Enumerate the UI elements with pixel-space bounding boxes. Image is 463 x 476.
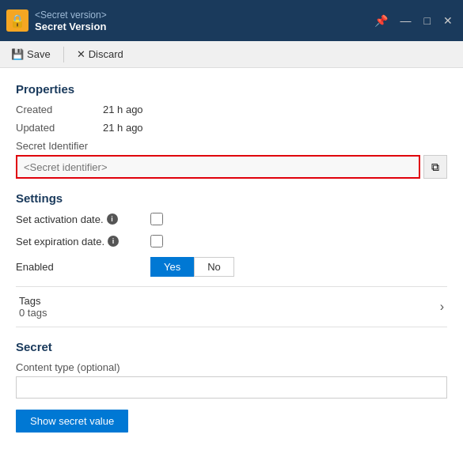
- created-value: 21 h ago: [103, 104, 143, 115]
- toggle-no-button[interactable]: No: [194, 257, 234, 277]
- expiration-date-label: Set expiration date. i: [16, 236, 142, 247]
- activation-date-checkbox[interactable]: [150, 213, 163, 225]
- content-type-label: Content type (optional): [16, 361, 447, 373]
- title-bar-text: <Secret version> Secret Version: [35, 9, 107, 32]
- settings-section-title: Settings: [16, 191, 447, 205]
- secret-identifier-row: ⧉: [16, 155, 447, 179]
- tags-count: 0 tags: [19, 307, 47, 319]
- expiration-date-row: Set expiration date. i: [16, 235, 447, 247]
- title-bar-left: 🔒 <Secret version> Secret Version: [6, 9, 107, 32]
- tags-title: Tags: [19, 295, 47, 307]
- tags-chevron-right-icon: ›: [440, 300, 444, 314]
- maximize-button[interactable]: □: [420, 13, 435, 28]
- created-label: Created: [16, 104, 103, 115]
- copy-icon: ⧉: [431, 161, 439, 174]
- title-bar: 🔒 <Secret version> Secret Version 📌 — □ …: [0, 0, 463, 41]
- discard-button[interactable]: ✕ Discard: [74, 47, 127, 62]
- tags-left: Tags 0 tags: [19, 295, 47, 319]
- content-type-input[interactable]: [16, 376, 447, 399]
- secret-section-title: Secret: [16, 340, 447, 353]
- toggle-yes-button[interactable]: Yes: [150, 257, 194, 277]
- activation-info-icon: i: [107, 213, 118, 225]
- title-bar-sub-label: Secret Version: [35, 21, 107, 32]
- discard-icon: ✕: [77, 48, 85, 60]
- secret-identifier-input[interactable]: [16, 155, 420, 179]
- expiration-date-checkbox[interactable]: [150, 235, 163, 247]
- pin-button[interactable]: 📌: [370, 13, 392, 28]
- main-content: Properties Created 21 h ago Updated 21 h…: [0, 68, 463, 476]
- enabled-toggle: Yes No: [150, 257, 234, 277]
- updated-label: Updated: [16, 122, 103, 134]
- activation-date-row: Set activation date. i: [16, 213, 447, 225]
- close-button[interactable]: ✕: [439, 13, 457, 28]
- app-icon: 🔒: [6, 9, 28, 32]
- copy-button[interactable]: ⧉: [423, 155, 447, 179]
- updated-row: Updated 21 h ago: [16, 122, 447, 134]
- secret-identifier-label: Secret Identifier: [16, 140, 447, 152]
- tags-row[interactable]: Tags 0 tags ›: [16, 286, 447, 327]
- title-bar-controls: 📌 — □ ✕: [370, 13, 457, 28]
- created-row: Created 21 h ago: [16, 104, 447, 115]
- save-label: Save: [27, 48, 51, 60]
- show-secret-button[interactable]: Show secret value: [16, 410, 128, 433]
- save-button[interactable]: 💾 Save: [8, 47, 54, 62]
- expiration-info-icon: i: [108, 236, 119, 247]
- toolbar-separator: [63, 47, 64, 62]
- discard-label: Discard: [89, 48, 123, 60]
- save-icon: 💾: [11, 48, 24, 60]
- enabled-row: Enabled Yes No: [16, 257, 447, 277]
- enabled-label: Enabled: [16, 261, 142, 273]
- minimize-button[interactable]: —: [397, 13, 416, 28]
- activation-date-label: Set activation date. i: [16, 213, 142, 225]
- title-bar-main-label: <Secret version>: [35, 9, 107, 21]
- toolbar: 💾 Save ✕ Discard: [0, 41, 463, 68]
- updated-value: 21 h ago: [103, 122, 143, 134]
- properties-section-title: Properties: [16, 82, 447, 96]
